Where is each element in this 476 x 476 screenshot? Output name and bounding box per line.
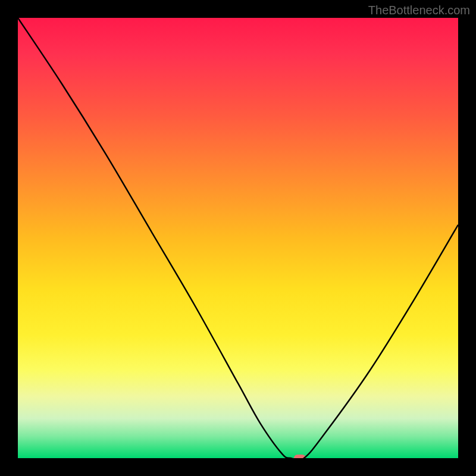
chart-plot-area <box>18 18 458 458</box>
watermark-text: TheBottleneck.com <box>368 4 470 17</box>
bottleneck-curve <box>18 18 458 458</box>
